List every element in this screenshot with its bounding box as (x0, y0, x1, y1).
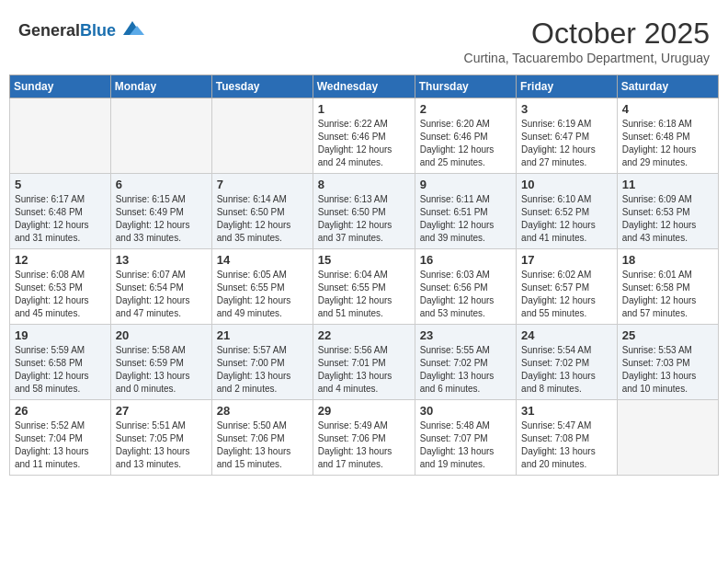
day-number: 16 (420, 253, 511, 267)
day-info: Sunrise: 6:01 AM Sunset: 6:58 PM Dayligh… (622, 269, 713, 320)
logo-general: General (18, 21, 80, 40)
calendar-cell: 12Sunrise: 6:08 AM Sunset: 6:53 PM Dayli… (10, 249, 111, 325)
calendar-week-row: 5Sunrise: 6:17 AM Sunset: 6:48 PM Daylig… (10, 174, 719, 249)
day-number: 2 (420, 102, 511, 116)
day-number: 27 (116, 404, 207, 418)
title-block: October 2025 Curtina, Tacuarembo Departm… (464, 17, 710, 65)
weekday-header-monday: Monday (110, 75, 211, 98)
calendar-cell: 4Sunrise: 6:18 AM Sunset: 6:48 PM Daylig… (617, 98, 718, 174)
day-info: Sunrise: 6:09 AM Sunset: 6:53 PM Dayligh… (622, 193, 713, 245)
weekday-header-row: SundayMondayTuesdayWednesdayThursdayFrid… (10, 75, 719, 98)
day-info: Sunrise: 5:47 AM Sunset: 7:08 PM Dayligh… (521, 419, 612, 471)
day-number: 20 (116, 328, 207, 342)
weekday-header-wednesday: Wednesday (313, 75, 415, 98)
page-header: GeneralBlue October 2025 Curtina, Tacuar… (9, 9, 719, 69)
calendar-cell (110, 98, 211, 174)
day-number: 31 (521, 404, 612, 418)
day-number: 9 (420, 178, 511, 191)
day-info: Sunrise: 6:07 AM Sunset: 6:54 PM Dayligh… (116, 269, 207, 320)
day-number: 17 (521, 253, 612, 267)
calendar-cell: 27Sunrise: 5:51 AM Sunset: 7:05 PM Dayli… (110, 400, 211, 476)
calendar-cell: 18Sunrise: 6:01 AM Sunset: 6:58 PM Dayli… (617, 249, 718, 325)
calendar-week-row: 1Sunrise: 6:22 AM Sunset: 6:46 PM Daylig… (10, 98, 719, 174)
calendar-week-row: 12Sunrise: 6:08 AM Sunset: 6:53 PM Dayli… (10, 249, 719, 325)
calendar-cell: 30Sunrise: 5:48 AM Sunset: 7:07 PM Dayli… (415, 400, 516, 476)
calendar-cell: 1Sunrise: 6:22 AM Sunset: 6:46 PM Daylig… (313, 98, 415, 174)
day-number: 3 (521, 102, 612, 116)
day-info: Sunrise: 6:20 AM Sunset: 6:46 PM Dayligh… (420, 118, 511, 169)
day-info: Sunrise: 6:04 AM Sunset: 6:55 PM Dayligh… (318, 269, 410, 320)
weekday-header-tuesday: Tuesday (211, 75, 313, 98)
day-info: Sunrise: 5:57 AM Sunset: 7:00 PM Dayligh… (217, 344, 308, 396)
weekday-header-sunday: Sunday (10, 75, 111, 98)
day-info: Sunrise: 6:22 AM Sunset: 6:46 PM Dayligh… (318, 118, 410, 169)
calendar-cell: 11Sunrise: 6:09 AM Sunset: 6:53 PM Dayli… (617, 174, 718, 249)
day-number: 1 (318, 102, 410, 116)
calendar-cell: 3Sunrise: 6:19 AM Sunset: 6:47 PM Daylig… (517, 98, 618, 174)
calendar-cell: 7Sunrise: 6:14 AM Sunset: 6:50 PM Daylig… (211, 174, 313, 249)
day-number: 22 (318, 328, 410, 342)
calendar-cell: 21Sunrise: 5:57 AM Sunset: 7:00 PM Dayli… (211, 325, 313, 400)
calendar-week-row: 19Sunrise: 5:59 AM Sunset: 6:58 PM Dayli… (10, 325, 719, 400)
day-info: Sunrise: 5:48 AM Sunset: 7:07 PM Dayligh… (420, 419, 511, 471)
day-info: Sunrise: 6:05 AM Sunset: 6:55 PM Dayligh… (217, 269, 308, 320)
day-info: Sunrise: 6:08 AM Sunset: 6:53 PM Dayligh… (15, 269, 106, 320)
calendar-cell: 14Sunrise: 6:05 AM Sunset: 6:55 PM Dayli… (211, 249, 313, 325)
day-info: Sunrise: 5:50 AM Sunset: 7:06 PM Dayligh… (217, 419, 308, 471)
logo-blue: Blue (80, 21, 116, 40)
calendar-cell: 28Sunrise: 5:50 AM Sunset: 7:06 PM Dayli… (211, 400, 313, 476)
day-info: Sunrise: 6:11 AM Sunset: 6:51 PM Dayligh… (420, 193, 511, 245)
day-number: 6 (116, 178, 207, 191)
calendar-week-row: 26Sunrise: 5:52 AM Sunset: 7:04 PM Dayli… (10, 400, 719, 476)
logo-icon (119, 17, 146, 44)
calendar-cell: 24Sunrise: 5:54 AM Sunset: 7:02 PM Dayli… (517, 325, 618, 400)
day-info: Sunrise: 6:14 AM Sunset: 6:50 PM Dayligh… (217, 193, 308, 245)
calendar-cell: 22Sunrise: 5:56 AM Sunset: 7:01 PM Dayli… (313, 325, 415, 400)
day-number: 30 (420, 404, 511, 418)
calendar-cell: 25Sunrise: 5:53 AM Sunset: 7:03 PM Dayli… (617, 325, 718, 400)
calendar-cell (617, 400, 718, 476)
calendar-table: SundayMondayTuesdayWednesdayThursdayFrid… (9, 75, 719, 476)
day-info: Sunrise: 6:15 AM Sunset: 6:49 PM Dayligh… (116, 193, 207, 245)
calendar-cell: 16Sunrise: 6:03 AM Sunset: 6:56 PM Dayli… (415, 249, 516, 325)
calendar-cell: 6Sunrise: 6:15 AM Sunset: 6:49 PM Daylig… (110, 174, 211, 249)
calendar-cell: 9Sunrise: 6:11 AM Sunset: 6:51 PM Daylig… (415, 174, 516, 249)
day-number: 28 (217, 404, 308, 418)
day-info: Sunrise: 6:03 AM Sunset: 6:56 PM Dayligh… (420, 269, 511, 320)
day-info: Sunrise: 5:55 AM Sunset: 7:02 PM Dayligh… (420, 344, 511, 396)
day-number: 25 (622, 328, 713, 342)
weekday-header-thursday: Thursday (415, 75, 516, 98)
calendar-cell: 10Sunrise: 6:10 AM Sunset: 6:52 PM Dayli… (517, 174, 618, 249)
day-number: 12 (15, 253, 106, 267)
calendar-cell: 15Sunrise: 6:04 AM Sunset: 6:55 PM Dayli… (313, 249, 415, 325)
day-info: Sunrise: 5:56 AM Sunset: 7:01 PM Dayligh… (318, 344, 410, 396)
day-number: 23 (420, 328, 511, 342)
day-number: 26 (15, 404, 106, 418)
day-info: Sunrise: 6:17 AM Sunset: 6:48 PM Dayligh… (15, 193, 106, 245)
day-info: Sunrise: 5:53 AM Sunset: 7:03 PM Dayligh… (622, 344, 713, 396)
day-info: Sunrise: 6:19 AM Sunset: 6:47 PM Dayligh… (521, 118, 612, 169)
calendar-cell (10, 98, 111, 174)
calendar-cell: 19Sunrise: 5:59 AM Sunset: 6:58 PM Dayli… (10, 325, 111, 400)
day-number: 7 (217, 178, 308, 191)
day-info: Sunrise: 6:02 AM Sunset: 6:57 PM Dayligh… (521, 269, 612, 320)
day-info: Sunrise: 5:51 AM Sunset: 7:05 PM Dayligh… (116, 419, 207, 471)
day-number: 11 (622, 178, 713, 191)
day-info: Sunrise: 5:58 AM Sunset: 6:59 PM Dayligh… (116, 344, 207, 396)
calendar-cell: 23Sunrise: 5:55 AM Sunset: 7:02 PM Dayli… (415, 325, 516, 400)
day-number: 8 (318, 178, 410, 191)
day-info: Sunrise: 5:54 AM Sunset: 7:02 PM Dayligh… (521, 344, 612, 396)
weekday-header-friday: Friday (517, 75, 618, 98)
logo: GeneralBlue (18, 17, 146, 44)
calendar-cell: 2Sunrise: 6:20 AM Sunset: 6:46 PM Daylig… (415, 98, 516, 174)
day-number: 4 (622, 102, 713, 116)
calendar-cell: 17Sunrise: 6:02 AM Sunset: 6:57 PM Dayli… (517, 249, 618, 325)
subtitle: Curtina, Tacuarembo Department, Uruguay (464, 51, 710, 65)
day-number: 29 (318, 404, 410, 418)
day-number: 5 (15, 178, 106, 191)
day-number: 10 (521, 178, 612, 191)
day-info: Sunrise: 6:13 AM Sunset: 6:50 PM Dayligh… (318, 193, 410, 245)
day-info: Sunrise: 6:18 AM Sunset: 6:48 PM Dayligh… (622, 118, 713, 169)
day-info: Sunrise: 6:10 AM Sunset: 6:52 PM Dayligh… (521, 193, 612, 245)
day-number: 18 (622, 253, 713, 267)
